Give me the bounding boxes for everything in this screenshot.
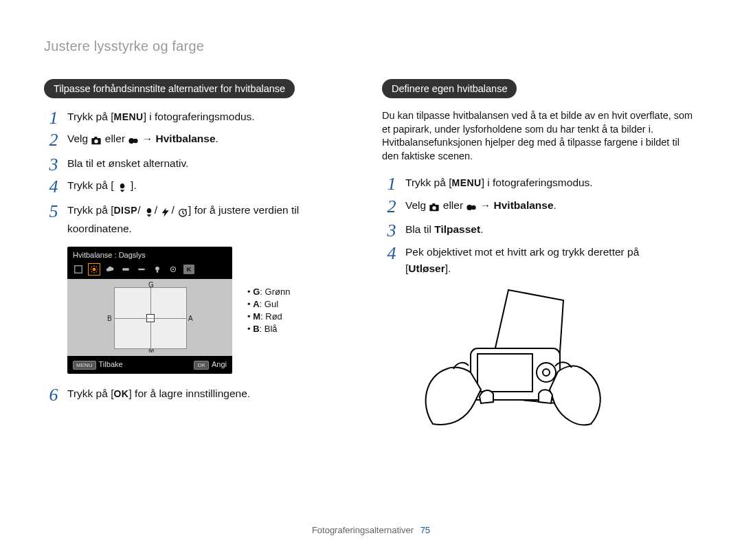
svg-point-1 bbox=[95, 139, 98, 143]
camera-icon bbox=[91, 133, 102, 148]
wb-preset-row: K bbox=[67, 262, 232, 279]
legend-m: M: Rød bbox=[247, 311, 290, 322]
left-step-6: Trykk på [OK] for å lagre innstillingene… bbox=[44, 386, 360, 401]
lcd-footer: MENUTilbake OKAngi bbox=[67, 356, 232, 374]
text: ]. bbox=[131, 179, 137, 191]
right-step-3: Bla til Tilpasset. bbox=[382, 222, 698, 237]
footer-page-number: 75 bbox=[420, 525, 430, 535]
text: Trykk på [ bbox=[67, 388, 113, 399]
svg-line-13 bbox=[96, 271, 97, 272]
wb-tungsten-icon bbox=[152, 264, 163, 275]
text: / bbox=[155, 204, 157, 216]
right-step-1: Trykk på [MENU] i fotograferingsmodus. bbox=[382, 175, 698, 190]
flash-icon bbox=[160, 205, 171, 220]
svg-point-7 bbox=[93, 267, 96, 271]
svg-rect-2 bbox=[95, 137, 98, 139]
svg-point-26 bbox=[471, 205, 476, 210]
svg-point-21 bbox=[172, 269, 174, 270]
text: Velg bbox=[67, 133, 91, 144]
svg-rect-17 bbox=[138, 269, 144, 270]
text: → bbox=[480, 199, 494, 211]
legend-g: G: Grønn bbox=[247, 287, 290, 297]
left-section-heading: Tilpasse forhåndsinnstilte alternativer … bbox=[44, 79, 295, 98]
text: Pek objektivet mot et hvitt ark og trykk… bbox=[405, 246, 639, 258]
footer-section: Fotograferingsalternativer bbox=[312, 525, 414, 535]
left-steps: Trykk på [MENU] i fotograferingsmodus. V… bbox=[44, 109, 360, 237]
axis-b-label: B bbox=[107, 315, 112, 322]
text: . bbox=[216, 133, 218, 144]
wb-cloudy-icon bbox=[104, 264, 115, 275]
text: Trykk på [ bbox=[67, 111, 113, 122]
axis-a-label: A bbox=[188, 315, 193, 322]
right-step-2: Velg eller → Hvitbalanse. bbox=[382, 198, 698, 215]
wb-label: Hvitbalanse bbox=[156, 133, 216, 144]
svg-rect-16 bbox=[122, 268, 128, 271]
lcd-set: OKAngi bbox=[194, 360, 227, 370]
text: eller bbox=[443, 199, 466, 211]
right-section-heading: Definere egen hvitbalanse bbox=[382, 79, 517, 98]
svg-rect-6 bbox=[75, 266, 82, 273]
back-label: Tilbake bbox=[99, 360, 123, 368]
text: . bbox=[554, 199, 556, 211]
text: Bla til bbox=[405, 223, 434, 235]
text: / bbox=[171, 204, 174, 216]
text: eller bbox=[105, 133, 128, 144]
wb-custom-icon bbox=[168, 264, 179, 275]
shutter-label: Utløser bbox=[408, 262, 445, 274]
text: . bbox=[480, 223, 483, 235]
page-title: Justere lysstyrke og farge bbox=[44, 38, 698, 54]
lcd-title: Hvitbalanse : Dagslys bbox=[67, 247, 232, 262]
lcd-back: MENUTilbake bbox=[73, 360, 123, 370]
text: / bbox=[137, 204, 140, 216]
text: Trykk på [ bbox=[405, 177, 451, 188]
wb-auto-icon bbox=[73, 264, 84, 275]
manual-page: Justere lysstyrke og farge Tilpasse forh… bbox=[0, 0, 742, 560]
menu-mini-button: MENU bbox=[73, 361, 96, 370]
wb-adjust-area: G M B A bbox=[67, 279, 232, 356]
legend-b: B: Blå bbox=[247, 324, 290, 334]
two-column-layout: Tilpasse forhåndsinnstilte alternativer … bbox=[44, 79, 698, 434]
left-step-1: Trykk på [MENU] i fotograferingsmodus. bbox=[44, 109, 360, 124]
right-column: Definere egen hvitbalanse Du kan tilpass… bbox=[382, 79, 698, 434]
left-steps-cont: Trykk på [OK] for å lagre innstillingene… bbox=[44, 386, 360, 401]
svg-rect-24 bbox=[433, 203, 436, 205]
ok-mini-button: OK bbox=[194, 361, 209, 370]
svg-line-14 bbox=[96, 267, 97, 267]
set-label: Angi bbox=[212, 360, 227, 368]
page-footer: Fotograferingsalternativer 75 bbox=[0, 525, 742, 535]
svg-point-18 bbox=[155, 267, 159, 271]
wb-kelvin-icon: K bbox=[183, 265, 194, 274]
wb-fluorescent-l-icon bbox=[136, 264, 147, 275]
color-legend: G: Grønn A: Gul M: Rød B: Blå bbox=[247, 284, 290, 336]
left-column: Tilpasse forhåndsinnstilte alternativer … bbox=[44, 79, 360, 434]
left-step-2: Velg eller → Hvitbalanse. bbox=[44, 131, 360, 148]
svg-line-12 bbox=[91, 267, 92, 267]
text-line2: [Utløser]. bbox=[405, 261, 698, 276]
right-steps: Trykk på [MENU] i fotograferingsmodus. V… bbox=[382, 175, 698, 276]
left-step-3: Bla til et ønsket alternativ. bbox=[44, 156, 360, 171]
text: → bbox=[142, 133, 156, 144]
camera-lcd: Hvitbalanse : Dagslys K G M bbox=[67, 247, 232, 374]
wb-cursor bbox=[146, 314, 155, 322]
text: ] for å lagre innstillingene. bbox=[128, 388, 250, 399]
left-step-5: Trykk på [DISP/ / / ] for å justere verd… bbox=[44, 203, 360, 237]
video-icon bbox=[128, 133, 139, 148]
left-step-4: Trykk på [ ]. bbox=[44, 178, 360, 195]
wb-fluorescent-h-icon bbox=[120, 264, 131, 275]
wb-daylight-icon bbox=[89, 264, 100, 275]
menu-button-label: MENU bbox=[451, 176, 481, 190]
custom-label: Tilpasset bbox=[434, 223, 480, 235]
timer-icon bbox=[177, 205, 188, 220]
text: Trykk på [ bbox=[67, 179, 113, 191]
camera-icon bbox=[429, 200, 440, 215]
svg-rect-28 bbox=[477, 354, 532, 392]
wb-label: Hvitbalanse bbox=[494, 199, 554, 211]
hands-camera-illustration bbox=[405, 287, 698, 434]
text: ] i fotograferingsmodus. bbox=[144, 111, 255, 122]
macro-down-icon bbox=[144, 205, 155, 220]
video-icon bbox=[466, 200, 477, 215]
text: ] for å justere verdien til bbox=[188, 204, 299, 216]
macro-down-icon bbox=[117, 180, 128, 195]
svg-line-15 bbox=[91, 271, 92, 272]
svg-point-23 bbox=[433, 206, 436, 210]
